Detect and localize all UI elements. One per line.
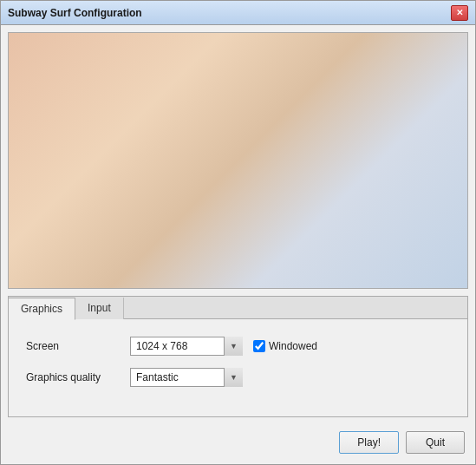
windowed-checkbox[interactable] <box>253 340 265 352</box>
screen-label: Screen <box>26 340 130 352</box>
screen-select[interactable]: 1024 x 768 800 x 600 1280 x 720 1920 x 1… <box>130 337 243 356</box>
title-bar-controls: ✕ <box>451 5 468 21</box>
preview-area <box>8 32 468 289</box>
title-bar: Subway Surf Configuration ✕ <box>1 1 475 25</box>
close-button[interactable]: ✕ <box>451 5 468 21</box>
tab-input[interactable]: Input <box>75 298 124 319</box>
tab-graphics[interactable]: Graphics <box>9 298 75 320</box>
button-bar: Play! Quit <box>1 424 475 464</box>
quality-label: Graphics quality <box>26 371 130 383</box>
screen-controls: 1024 x 768 800 x 600 1280 x 720 1920 x 1… <box>130 337 317 356</box>
quit-button[interactable]: Quit <box>406 431 465 454</box>
tabs-panel: Graphics Input Screen 1024 x 768 800 x 6… <box>8 296 468 417</box>
windowed-checkbox-wrapper: Windowed <box>253 340 317 352</box>
quality-select[interactable]: Fantastic Good Simple Fast Fastest <box>130 368 243 387</box>
tab-bar: Graphics Input <box>9 297 467 319</box>
screen-select-wrapper: 1024 x 768 800 x 600 1280 x 720 1920 x 1… <box>130 337 243 356</box>
window-title: Subway Surf Configuration <box>8 7 142 19</box>
preview-background <box>9 33 467 288</box>
windowed-label: Windowed <box>269 340 317 352</box>
main-window: Subway Surf Configuration ✕ Graphics Inp… <box>0 0 476 465</box>
screen-row: Screen 1024 x 768 800 x 600 1280 x 720 1… <box>26 337 450 356</box>
tab-content-graphics: Screen 1024 x 768 800 x 600 1280 x 720 1… <box>9 319 467 416</box>
window-content: Graphics Input Screen 1024 x 768 800 x 6… <box>1 25 475 424</box>
play-button[interactable]: Play! <box>339 431 399 454</box>
quality-select-wrapper: Fantastic Good Simple Fast Fastest ▼ <box>130 368 243 387</box>
quality-row: Graphics quality Fantastic Good Simple F… <box>26 368 450 387</box>
quality-controls: Fantastic Good Simple Fast Fastest ▼ <box>130 368 243 387</box>
